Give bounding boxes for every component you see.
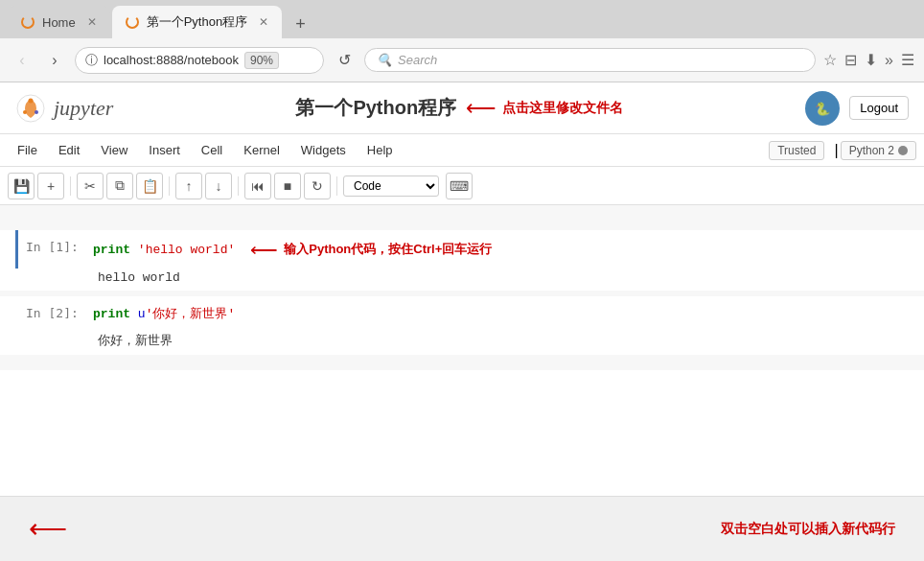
skip-back-button[interactable]: ⏮ [244, 173, 271, 199]
tab-spinner-home [21, 15, 35, 29]
menu-view[interactable]: View [91, 139, 137, 161]
logout-button[interactable]: Logout [849, 96, 909, 120]
toolbar-sep-3 [238, 176, 239, 196]
jupyter-header: jupyter 第一个Python程序 ⟵ 点击这里修改文件名 🐍 Logout [0, 82, 924, 134]
jupyter-brand: jupyter [15, 93, 113, 124]
bottom-area: ⟵ 双击空白处可以插入新代码行 [0, 496, 924, 561]
tab-home-label: Home [42, 15, 76, 30]
tab-close-notebook[interactable]: ✕ [259, 15, 268, 29]
menu-insert[interactable]: Insert [139, 139, 190, 161]
notebook-name[interactable]: 第一个Python程序 [295, 95, 456, 121]
trusted-badge: Trusted [769, 141, 824, 160]
cell-type-select[interactable]: Code Markdown Raw NBConvert Heading [343, 175, 439, 197]
tab-notebook-label: 第一个Python程序 [147, 13, 247, 31]
address-bar: ‹ › ⓘ localhost:8888/notebook 90% ↺ 🔍 Se… [0, 38, 924, 82]
cell-1[interactable]: In [1]: print 'hello world' ⟵ 输入Python代码… [15, 230, 909, 269]
cell-1-output: hello world [15, 269, 909, 291]
menu-widgets[interactable]: Widgets [291, 139, 356, 161]
tab-close-home[interactable]: ✕ [87, 15, 97, 29]
menu-kernel[interactable]: Kernel [234, 139, 289, 161]
browser-chrome: Home ✕ 第一个Python程序 ✕ + ‹ › ⓘ localhost:8… [0, 0, 924, 82]
url-text: localhost:8888/notebook [104, 53, 239, 67]
cell-2-output-text: 你好，新世界 [98, 332, 173, 349]
svg-text:🐍: 🐍 [815, 101, 831, 117]
cell-1-annotation-text: 输入Python代码，按住Ctrl+回车运行 [284, 241, 492, 258]
toolbar-sep-2 [169, 176, 170, 196]
kernel-status-dot [898, 146, 908, 155]
svg-point-3 [35, 110, 38, 114]
menu-icon[interactable]: ☰ [901, 51, 914, 69]
cell-1-annotation: ⟵ 输入Python代码，按住Ctrl+回车运行 [250, 238, 492, 261]
search-placeholder: Search [398, 53, 437, 67]
cell-2-modifier: u [138, 307, 146, 321]
tab-spinner-notebook [126, 15, 139, 29]
url-bar[interactable]: ⓘ localhost:8888/notebook 90% [75, 47, 324, 74]
bookmark-icon[interactable]: ☆ [823, 51, 837, 69]
menu-cell[interactable]: Cell [192, 139, 232, 161]
tab-notebook[interactable]: 第一个Python程序 ✕ [112, 6, 282, 38]
download-icon[interactable]: ⬇ [865, 51, 877, 69]
info-icon: ⓘ [85, 52, 98, 69]
svg-point-1 [29, 98, 34, 103]
cell-1-space [130, 243, 138, 257]
svg-point-2 [23, 110, 27, 114]
toolbar: 💾 + ✂ ⧉ 📋 ↑ ↓ ⏮ ■ ↻ Code Markdown Raw NB… [0, 167, 924, 205]
move-down-button[interactable]: ↓ [205, 173, 232, 199]
menu-help[interactable]: Help [358, 139, 403, 161]
tab-bar: Home ✕ 第一个Python程序 ✕ + [0, 0, 924, 38]
back-button[interactable]: ‹ [10, 48, 35, 73]
cell-1-prompt: In [1]: [26, 238, 93, 254]
notebook-area: In [1]: print 'hello world' ⟵ 输入Python代码… [0, 205, 924, 370]
menu-file[interactable]: File [8, 139, 47, 161]
kernel-badge: Python 2 [841, 141, 916, 160]
cell-2[interactable]: In [2]: print u'你好，新世界' [15, 296, 909, 330]
restart-button[interactable]: ↻ [304, 173, 331, 199]
move-up-button[interactable]: ↑ [175, 173, 202, 199]
stop-button[interactable]: ■ [274, 173, 301, 199]
cell-2-output: 你好，新世界 [15, 330, 909, 355]
save-button[interactable]: 💾 [8, 173, 35, 199]
python-icon: 🐍 [805, 91, 840, 126]
bottom-annotation-text: 双击空白处可以插入新代码行 [721, 521, 895, 538]
cell-1-output-text: hello world [98, 270, 180, 285]
menu-bar: File Edit View Insert Cell Kernel Widget… [0, 134, 924, 167]
new-tab-button[interactable]: + [288, 11, 313, 38]
search-icon: 🔍 [377, 53, 392, 67]
keyboard-shortcuts-button[interactable]: ⌨ [446, 173, 473, 199]
cell-2-container: In [2]: print u'你好，新世界' 你好，新世界 [0, 296, 924, 355]
cell-2-prompt: In [2]: [26, 304, 93, 320]
title-arrow-icon: ⟵ [466, 96, 497, 121]
cut-button[interactable]: ✂ [77, 173, 104, 199]
title-annotation-area: ⟵ 点击这里修改文件名 [466, 96, 623, 121]
add-cell-button[interactable]: + [37, 173, 64, 199]
kernel-label: Python 2 [849, 144, 894, 157]
kernel-separator: | [834, 142, 838, 159]
address-icons: ☆ ⊟ ⬇ » ☰ [823, 51, 914, 69]
toolbar-sep-1 [70, 176, 71, 196]
cell-1-keyword: print [93, 243, 130, 257]
jupyter-right: 🐍 Logout [805, 91, 909, 126]
copy-button[interactable]: ⧉ [106, 173, 133, 199]
cell-1-string: 'hello world' [138, 243, 235, 257]
cell-2-keyword: print [93, 307, 130, 321]
pre-cell-space [0, 215, 924, 224]
jupyter-wordmark: jupyter [54, 96, 113, 121]
forward-button[interactable]: › [42, 48, 67, 73]
tab-home[interactable]: Home ✕ [8, 6, 110, 38]
paste-button[interactable]: 📋 [136, 173, 163, 199]
cell-1-container: In [1]: print 'hello world' ⟵ 输入Python代码… [0, 230, 924, 291]
more-icon[interactable]: » [885, 52, 893, 69]
bottom-left-arrow-icon: ⟵ [29, 516, 67, 543]
reload-button[interactable]: ↺ [332, 48, 357, 73]
toolbar-sep-4 [336, 176, 337, 196]
cell-2-space [130, 307, 138, 321]
cell-1-content: print 'hello world' ⟵ 输入Python代码，按住Ctrl+… [93, 238, 901, 261]
cell-1-code[interactable]: print 'hello world' [93, 243, 235, 257]
zoom-badge: 90% [244, 52, 279, 69]
python-logo-svg: 🐍 [809, 95, 836, 122]
cell-2-code[interactable]: print u'你好，新世界' [93, 307, 235, 321]
menu-edit[interactable]: Edit [49, 139, 89, 161]
jupyter-title-area: 第一个Python程序 ⟵ 点击这里修改文件名 [295, 95, 623, 121]
account-icon[interactable]: ⊟ [844, 51, 857, 69]
search-bar[interactable]: 🔍 Search [364, 48, 816, 72]
